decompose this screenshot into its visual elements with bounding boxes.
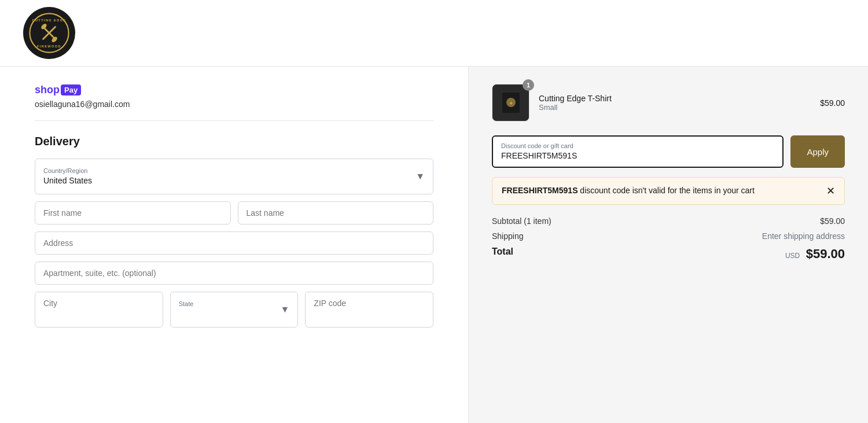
address-input[interactable] <box>43 238 425 248</box>
last-name-field[interactable] <box>238 201 434 225</box>
apartment-input[interactable] <box>43 268 425 278</box>
svg-text:✦: ✦ <box>509 100 513 106</box>
product-name: Cutting Edge T-Shirt <box>539 94 820 103</box>
shop-pay-email: osiellaguna16@gmail.com <box>35 100 433 109</box>
shop-word: shop <box>35 84 60 96</box>
delivery-title: Delivery <box>35 135 433 148</box>
svg-text:FIREWOOD: FIREWOOD <box>37 45 61 48</box>
product-variant: Small <box>539 103 820 112</box>
city-field[interactable] <box>35 292 163 328</box>
error-text: FREESHIRT5M591S discount code isn't vali… <box>502 186 819 195</box>
country-label: Country/Region <box>43 167 425 174</box>
header: CUTTING EDGE FIREWOOD <box>0 0 868 67</box>
zip-field[interactable] <box>305 292 433 328</box>
subtotal-label: Subtotal (1 item) <box>492 216 551 226</box>
product-price: $59.00 <box>820 98 845 108</box>
discount-input[interactable] <box>501 151 774 160</box>
product-info: Cutting Edge T-Shirt Small <box>539 94 820 112</box>
right-panel: ✦ 1 Cutting Edge T-Shirt Small $59.00 Di… <box>469 67 868 423</box>
divider <box>35 120 433 121</box>
first-name-field[interactable] <box>35 201 231 225</box>
total-price: USD $59.00 <box>785 247 845 262</box>
city-input[interactable] <box>43 299 155 308</box>
subtotal-row: Subtotal (1 item) $59.00 <box>492 216 845 226</box>
grand-total-row: Total USD $59.00 <box>492 247 845 262</box>
product-image-wrapper: ✦ 1 <box>492 84 529 122</box>
pay-badge: Pay <box>61 84 81 95</box>
error-message: discount code isn't valid for the items … <box>578 186 754 195</box>
totals: Subtotal (1 item) $59.00 Shipping Enter … <box>492 216 845 262</box>
discount-row: Discount code or gift card Apply <box>492 135 845 168</box>
country-select-field[interactable]: Country/Region United States ▼ <box>35 159 433 194</box>
country-select[interactable]: United States <box>43 176 425 185</box>
svg-text:CUTTING EDGE: CUTTING EDGE <box>32 19 66 22</box>
logo: CUTTING EDGE FIREWOOD <box>23 7 75 59</box>
total-label: Total <box>492 247 513 262</box>
product-image: ✦ <box>492 84 529 122</box>
product-quantity-badge: 1 <box>523 79 534 91</box>
apply-button[interactable]: Apply <box>790 135 845 168</box>
subtotal-value: $59.00 <box>820 216 845 226</box>
last-name-input[interactable] <box>247 208 425 218</box>
zip-input[interactable] <box>314 299 425 308</box>
shipping-label: Shipping <box>492 231 524 241</box>
apartment-field[interactable] <box>35 262 433 285</box>
close-error-button[interactable]: ✕ <box>826 186 835 196</box>
currency-label: USD <box>785 252 800 260</box>
left-panel: shop Pay osiellaguna16@gmail.com Deliver… <box>0 67 469 423</box>
shipping-row: Shipping Enter shipping address <box>492 231 845 241</box>
state-field[interactable]: State California Texas New York ▼ <box>170 292 299 328</box>
grand-price: $59.00 <box>806 247 845 261</box>
first-name-input[interactable] <box>43 208 222 218</box>
error-box: FREESHIRT5M591S discount code isn't vali… <box>492 177 845 205</box>
state-label: State <box>179 300 290 307</box>
product-row: ✦ 1 Cutting Edge T-Shirt Small $59.00 <box>492 84 845 122</box>
state-select[interactable]: California Texas New York <box>179 309 290 318</box>
address-field[interactable] <box>35 231 433 255</box>
shop-pay-logo: shop Pay <box>35 84 433 96</box>
discount-label: Discount code or gift card <box>501 142 774 149</box>
error-code: FREESHIRT5M591S <box>502 186 578 195</box>
discount-input-wrapper[interactable]: Discount code or gift card <box>492 135 784 168</box>
shipping-value: Enter shipping address <box>762 231 845 241</box>
